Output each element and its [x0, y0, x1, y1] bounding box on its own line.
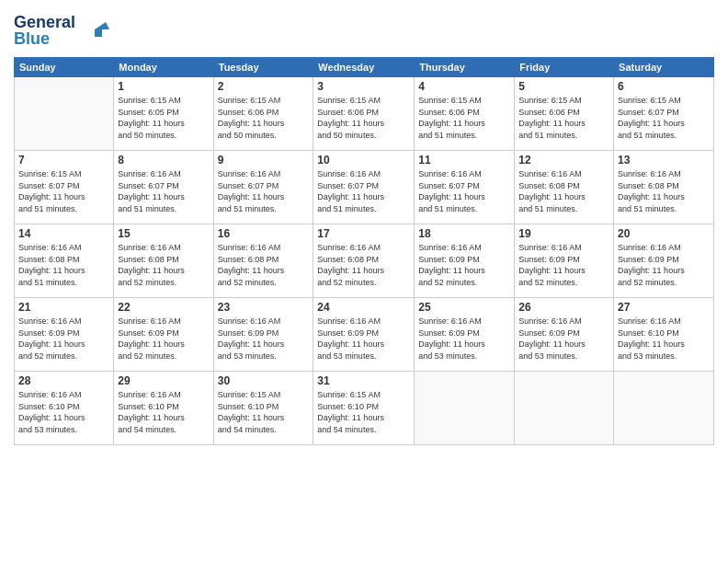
day-number: 24 — [317, 301, 410, 314]
day-info: Sunrise: 6:15 AM Sunset: 6:10 PM Dayligh… — [218, 389, 310, 435]
calendar-cell: 13Sunrise: 6:16 AM Sunset: 6:08 PM Dayli… — [614, 151, 714, 224]
header: General Blue — [14, 9, 714, 52]
week-row-4: 21Sunrise: 6:16 AM Sunset: 6:09 PM Dayli… — [15, 298, 714, 372]
calendar-cell: 2Sunrise: 6:15 AM Sunset: 6:06 PM Daylig… — [213, 77, 313, 151]
day-number: 28 — [18, 374, 109, 387]
calendar-cell: 22Sunrise: 6:16 AM Sunset: 6:09 PM Dayli… — [114, 298, 213, 372]
day-number: 13 — [618, 154, 710, 167]
day-number: 9 — [218, 154, 310, 167]
calendar-cell: 7Sunrise: 6:15 AM Sunset: 6:07 PM Daylig… — [15, 151, 114, 224]
weekday-header-sunday: Sunday — [15, 58, 114, 77]
day-number: 26 — [518, 301, 609, 314]
day-info: Sunrise: 6:16 AM Sunset: 6:08 PM Dayligh… — [317, 242, 410, 288]
day-info: Sunrise: 6:15 AM Sunset: 6:06 PM Dayligh… — [317, 95, 410, 141]
day-number: 2 — [218, 80, 310, 93]
calendar-cell: 1Sunrise: 6:15 AM Sunset: 6:05 PM Daylig… — [114, 77, 213, 151]
calendar-cell: 18Sunrise: 6:16 AM Sunset: 6:09 PM Dayli… — [415, 224, 515, 298]
day-number: 23 — [218, 301, 310, 314]
calendar-cell: 23Sunrise: 6:16 AM Sunset: 6:09 PM Dayli… — [213, 298, 313, 372]
day-info: Sunrise: 6:16 AM Sunset: 6:09 PM Dayligh… — [618, 242, 710, 288]
day-info: Sunrise: 6:15 AM Sunset: 6:05 PM Dayligh… — [118, 95, 209, 141]
calendar-cell: 6Sunrise: 6:15 AM Sunset: 6:07 PM Daylig… — [614, 77, 714, 151]
weekday-header-tuesday: Tuesday — [213, 58, 313, 77]
day-number: 20 — [618, 227, 710, 240]
day-number: 31 — [317, 374, 410, 387]
day-number: 19 — [518, 227, 609, 240]
weekday-header-thursday: Thursday — [415, 58, 515, 77]
day-number: 12 — [518, 154, 609, 167]
day-number: 22 — [118, 301, 209, 314]
weekday-header-wednesday: Wednesday — [313, 58, 415, 77]
logo: General Blue — [14, 9, 115, 52]
svg-marker-1 — [95, 22, 109, 37]
day-number: 18 — [418, 227, 510, 240]
day-info: Sunrise: 6:15 AM Sunset: 6:06 PM Dayligh… — [418, 95, 510, 141]
calendar-cell: 3Sunrise: 6:15 AM Sunset: 6:06 PM Daylig… — [313, 77, 415, 151]
calendar-cell: 19Sunrise: 6:16 AM Sunset: 6:09 PM Dayli… — [515, 224, 614, 298]
day-number: 30 — [218, 374, 310, 387]
calendar-cell: 16Sunrise: 6:16 AM Sunset: 6:08 PM Dayli… — [213, 224, 313, 298]
calendar-cell: 11Sunrise: 6:16 AM Sunset: 6:07 PM Dayli… — [415, 151, 515, 224]
week-row-3: 14Sunrise: 6:16 AM Sunset: 6:08 PM Dayli… — [15, 224, 714, 298]
day-info: Sunrise: 6:15 AM Sunset: 6:10 PM Dayligh… — [317, 389, 410, 435]
day-number: 4 — [418, 80, 510, 93]
day-number: 6 — [618, 80, 710, 93]
page: General Blue SundayMondayTuesdayWednesda… — [0, 0, 728, 563]
day-info: Sunrise: 6:16 AM Sunset: 6:08 PM Dayligh… — [518, 168, 609, 214]
calendar-cell — [15, 77, 114, 151]
calendar-cell: 4Sunrise: 6:15 AM Sunset: 6:06 PM Daylig… — [415, 77, 515, 151]
day-info: Sunrise: 6:16 AM Sunset: 6:08 PM Dayligh… — [118, 242, 209, 288]
day-number: 1 — [118, 80, 209, 93]
day-info: Sunrise: 6:15 AM Sunset: 6:06 PM Dayligh… — [218, 95, 310, 141]
calendar-cell: 26Sunrise: 6:16 AM Sunset: 6:09 PM Dayli… — [515, 298, 614, 372]
calendar-cell: 21Sunrise: 6:16 AM Sunset: 6:09 PM Dayli… — [15, 298, 114, 372]
day-number: 5 — [518, 80, 609, 93]
calendar-cell: 25Sunrise: 6:16 AM Sunset: 6:09 PM Dayli… — [415, 298, 515, 372]
calendar-cell — [515, 372, 614, 445]
day-number: 11 — [418, 154, 510, 167]
weekday-header-friday: Friday — [515, 58, 614, 77]
day-info: Sunrise: 6:16 AM Sunset: 6:09 PM Dayligh… — [317, 316, 410, 362]
day-info: Sunrise: 6:16 AM Sunset: 6:10 PM Dayligh… — [618, 316, 710, 362]
logo-text: General Blue — [14, 9, 115, 52]
day-info: Sunrise: 6:16 AM Sunset: 6:08 PM Dayligh… — [618, 168, 710, 214]
calendar-table: SundayMondayTuesdayWednesdayThursdayFrid… — [14, 57, 714, 445]
calendar-cell — [614, 372, 714, 445]
svg-text:General: General — [14, 13, 75, 31]
day-info: Sunrise: 6:16 AM Sunset: 6:09 PM Dayligh… — [418, 242, 510, 288]
day-number: 7 — [18, 154, 109, 167]
day-info: Sunrise: 6:16 AM Sunset: 6:09 PM Dayligh… — [518, 242, 609, 288]
calendar-cell: 27Sunrise: 6:16 AM Sunset: 6:10 PM Dayli… — [614, 298, 714, 372]
calendar-cell: 24Sunrise: 6:16 AM Sunset: 6:09 PM Dayli… — [313, 298, 415, 372]
week-row-2: 7Sunrise: 6:15 AM Sunset: 6:07 PM Daylig… — [15, 151, 714, 224]
weekday-header-monday: Monday — [114, 58, 213, 77]
calendar-cell: 29Sunrise: 6:16 AM Sunset: 6:10 PM Dayli… — [114, 372, 213, 445]
calendar-cell: 20Sunrise: 6:16 AM Sunset: 6:09 PM Dayli… — [614, 224, 714, 298]
day-info: Sunrise: 6:16 AM Sunset: 6:09 PM Dayligh… — [518, 316, 609, 362]
calendar-cell: 17Sunrise: 6:16 AM Sunset: 6:08 PM Dayli… — [313, 224, 415, 298]
day-number: 16 — [218, 227, 310, 240]
weekday-header-saturday: Saturday — [614, 58, 714, 77]
day-info: Sunrise: 6:16 AM Sunset: 6:09 PM Dayligh… — [218, 316, 310, 362]
day-number: 21 — [18, 301, 109, 314]
day-number: 14 — [18, 227, 109, 240]
day-number: 17 — [317, 227, 410, 240]
day-info: Sunrise: 6:16 AM Sunset: 6:09 PM Dayligh… — [18, 316, 109, 362]
svg-text:Blue: Blue — [14, 29, 50, 48]
day-info: Sunrise: 6:15 AM Sunset: 6:07 PM Dayligh… — [18, 168, 109, 214]
day-number: 15 — [118, 227, 209, 240]
calendar-cell: 15Sunrise: 6:16 AM Sunset: 6:08 PM Dayli… — [114, 224, 213, 298]
calendar-cell: 10Sunrise: 6:16 AM Sunset: 6:07 PM Dayli… — [313, 151, 415, 224]
calendar-cell: 28Sunrise: 6:16 AM Sunset: 6:10 PM Dayli… — [15, 372, 114, 445]
week-row-5: 28Sunrise: 6:16 AM Sunset: 6:10 PM Dayli… — [15, 372, 714, 445]
calendar-cell: 8Sunrise: 6:16 AM Sunset: 6:07 PM Daylig… — [114, 151, 213, 224]
calendar-cell — [415, 372, 515, 445]
day-info: Sunrise: 6:16 AM Sunset: 6:07 PM Dayligh… — [418, 168, 510, 214]
calendar-cell: 12Sunrise: 6:16 AM Sunset: 6:08 PM Dayli… — [515, 151, 614, 224]
calendar-cell: 9Sunrise: 6:16 AM Sunset: 6:07 PM Daylig… — [213, 151, 313, 224]
day-info: Sunrise: 6:16 AM Sunset: 6:09 PM Dayligh… — [418, 316, 510, 362]
calendar-cell: 14Sunrise: 6:16 AM Sunset: 6:08 PM Dayli… — [15, 224, 114, 298]
day-info: Sunrise: 6:16 AM Sunset: 6:10 PM Dayligh… — [118, 389, 209, 435]
day-number: 8 — [118, 154, 209, 167]
day-number: 25 — [418, 301, 510, 314]
